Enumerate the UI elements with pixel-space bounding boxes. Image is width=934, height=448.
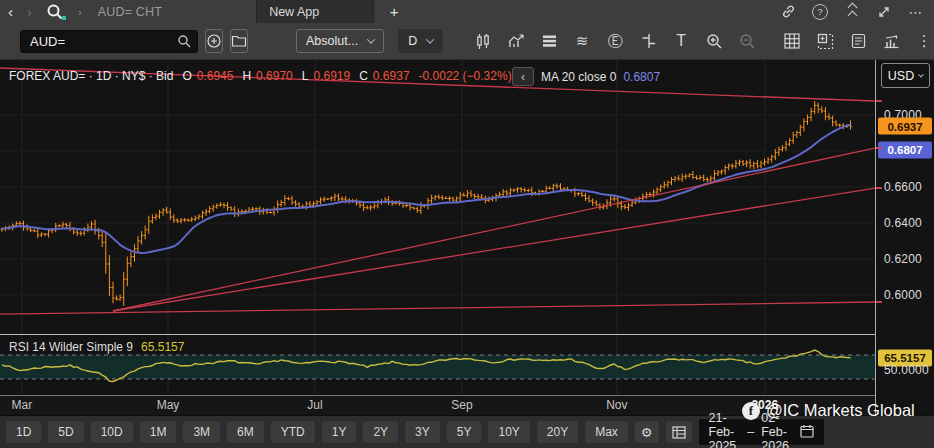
last-price-badge: 0.6937 xyxy=(878,118,932,135)
collapse-icon[interactable] xyxy=(844,4,860,20)
ma-value: 0.6807 xyxy=(623,70,660,84)
date-separator: – xyxy=(747,425,754,439)
events-icon[interactable]: Ⓔ xyxy=(606,30,624,52)
time-axis-label: Mar xyxy=(2,398,42,412)
add-pane-icon[interactable] xyxy=(816,30,834,52)
indicators-icon[interactable] xyxy=(507,30,525,52)
range-button-1m[interactable]: 1M xyxy=(140,421,177,443)
layout-grid-icon[interactable] xyxy=(666,421,692,443)
date-range-picker[interactable]: 21-Feb-2025 – 02-Feb-2026 xyxy=(699,419,824,445)
add-symbol-button[interactable] xyxy=(205,29,223,53)
chart-style-icon[interactable] xyxy=(474,30,492,52)
range-settings-icon[interactable]: ⚙ xyxy=(635,421,659,443)
price-tick-label: 0.6400 xyxy=(884,216,922,230)
candlesticks xyxy=(1,101,853,306)
waves-indicator-icon[interactable]: ≋ xyxy=(573,30,591,52)
chevron-down-icon xyxy=(918,71,924,77)
time-axis-label: Sep xyxy=(442,398,482,412)
range-button-10y[interactable]: 10Y xyxy=(488,421,529,443)
crumb-arrow-icon: › xyxy=(78,6,82,18)
range-button-3y[interactable]: 3Y xyxy=(405,421,440,443)
legend-title: FOREX AUD= · 1D · NY$ · Bid xyxy=(9,69,173,83)
more-tools-icon[interactable]: ⋮ xyxy=(915,30,933,52)
nav-group: ‹ › › AUD= CHT xyxy=(0,3,172,21)
currency-label: USD xyxy=(888,69,914,83)
back-icon[interactable]: ‹ xyxy=(8,4,13,19)
ma-legend: ‹ MA 20 close 0 0.6807 xyxy=(512,67,660,86)
close-label: C xyxy=(359,69,368,83)
price-pane[interactable] xyxy=(0,60,875,334)
range-button-5d[interactable]: 5D xyxy=(48,421,83,443)
price-tick-label: 0.6600 xyxy=(884,180,922,194)
trend-line xyxy=(113,148,875,311)
link-channel-icon[interactable] xyxy=(780,4,796,20)
low-value: 0.6919 xyxy=(313,69,350,83)
scale-dropdown-label: Absolut... xyxy=(306,34,358,48)
chart-toolbar: Absolut... D ≋ Ⓔ T xyxy=(0,23,934,60)
rsi-mid-label: 50.0000 xyxy=(884,363,929,377)
ma-price-badge: 0.6807 xyxy=(878,141,932,158)
range-button-ytd[interactable]: YTD xyxy=(271,421,315,443)
rsi-label: RSI 14 Wilder Simple 9 xyxy=(9,340,133,354)
search-icon[interactable] xyxy=(46,3,64,21)
zoom-in-icon[interactable] xyxy=(705,30,723,52)
interval-dropdown[interactable]: D xyxy=(398,29,443,53)
range-button-10d[interactable]: 10D xyxy=(91,421,133,443)
symbol-search-wrap xyxy=(20,30,198,53)
range-button-1y[interactable]: 1Y xyxy=(322,421,357,443)
ma-line xyxy=(2,124,851,253)
range-button-6m[interactable]: 6M xyxy=(227,421,264,443)
trend-line-axis-tick xyxy=(876,187,882,189)
folder-button[interactable] xyxy=(230,29,248,53)
trend-line-axis-tick xyxy=(876,100,882,102)
date-from: 21-Feb-2025 xyxy=(709,411,741,448)
calendar-icon[interactable] xyxy=(800,424,814,441)
time-axis[interactable]: MarMayJulSepNov2026 xyxy=(0,396,875,415)
news-icon[interactable] xyxy=(849,30,867,52)
open-value: 0.6945 xyxy=(197,69,234,83)
zoom-out-icon[interactable] xyxy=(738,30,756,52)
add-tab-button[interactable]: + xyxy=(374,3,414,20)
price-tick-label: 0.6000 xyxy=(884,288,922,302)
range-button-1d[interactable]: 1D xyxy=(6,421,41,443)
ohlc-legend[interactable]: FOREX AUD= · 1D · NY$ · Bid O0.6945 H0.6… xyxy=(9,69,512,83)
close-value: 0.6937 xyxy=(373,69,410,83)
time-axis-label: May xyxy=(148,398,188,412)
range-buttons: 1D5D10D1M3M6MYTD1Y2Y3Y5Y10Y20YMax xyxy=(6,421,635,443)
rsi-legend[interactable]: RSI 14 Wilder Simple 9 65.5157 xyxy=(9,340,184,354)
help-icon[interactable]: ? xyxy=(812,4,828,20)
titlebar: ‹ › › AUD= CHT New App + ? ⋯ xyxy=(0,0,934,23)
text-tool-icon[interactable]: T xyxy=(672,30,690,52)
range-button-20y[interactable]: 20Y xyxy=(537,421,578,443)
scale-dropdown[interactable]: Absolut... xyxy=(296,29,384,53)
range-button-2y[interactable]: 2Y xyxy=(363,421,398,443)
forward-icon[interactable]: › xyxy=(27,4,32,19)
range-button-5y[interactable]: 5Y xyxy=(447,421,482,443)
open-label: O xyxy=(182,69,191,83)
price-tick-label: 0.6200 xyxy=(884,252,922,266)
tab-new-app[interactable]: New App xyxy=(256,0,374,23)
titlebar-right-icons: ? ⋯ xyxy=(780,4,934,20)
range-button-3m[interactable]: 3M xyxy=(183,421,220,443)
time-axis-label: 2026 xyxy=(745,398,785,412)
price-axis[interactable]: USD 0.70000.66000.64000.62000.60000.6937… xyxy=(875,60,934,415)
trend-line-axis-tick xyxy=(876,301,882,303)
compare-overlay-icon[interactable] xyxy=(639,30,657,52)
active-app-label: AUD= CHT xyxy=(98,5,162,19)
trading-app-window: ‹ › › AUD= CHT New App + ? ⋯ xyxy=(0,0,934,448)
legend-collapse-button[interactable]: ‹ xyxy=(512,67,534,86)
expand-icon[interactable] xyxy=(876,4,892,20)
layout-rows-icon[interactable] xyxy=(540,30,558,52)
chart-area: FOREX AUD= · 1D · NY$ · Bid O0.6945 H0.6… xyxy=(0,60,934,448)
date-to: 02-Feb-2026 xyxy=(761,411,793,448)
range-button-max[interactable]: Max xyxy=(585,421,628,443)
currency-selector[interactable]: USD xyxy=(881,63,930,88)
chevron-down-icon xyxy=(367,35,375,43)
time-axis-label: Jul xyxy=(295,398,335,412)
performance-icon[interactable] xyxy=(882,30,900,52)
more-options-icon[interactable]: ⋯ xyxy=(908,4,924,20)
search-status-dot xyxy=(62,16,66,20)
symbol-search-input[interactable] xyxy=(20,30,198,53)
range-toolbar: 1D5D10D1M3M6MYTD1Y2Y3Y5Y10Y20YMax ⚙ 21-F… xyxy=(0,415,934,448)
grid-layout-icon[interactable] xyxy=(783,30,801,52)
